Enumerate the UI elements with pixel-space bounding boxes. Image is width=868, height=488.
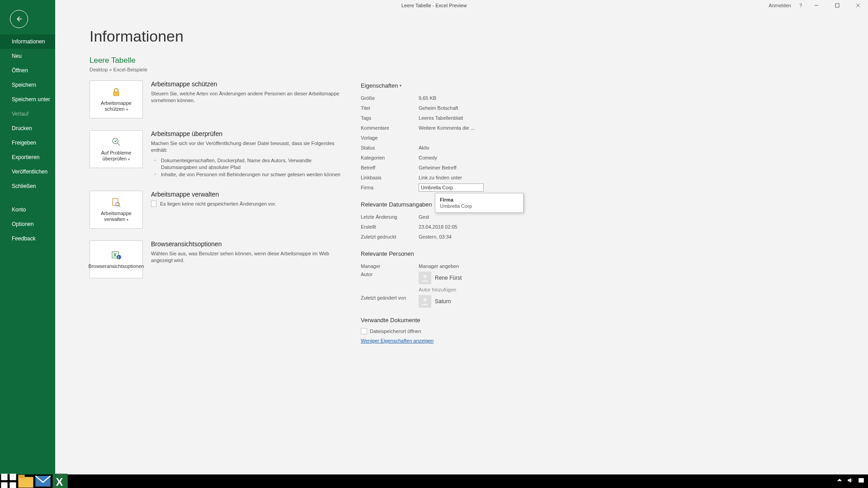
svg-rect-18 [9,474,16,480]
date-created-value: 23.04.2018 02:05 [419,224,458,230]
window-title: Leere Tabelle - Excel Preview [401,3,467,8]
prop-subject-label: Betreff [361,165,419,170]
svg-rect-17 [1,474,7,480]
author-add-link[interactable]: Autor hinzufügen [419,287,462,292]
people-lastmodby-label: Zuletzt geändert von [361,295,419,300]
author-entry[interactable]: Rene Fürst [419,272,462,284]
maximize-button[interactable] [831,1,844,10]
prop-template-label: Vorlage [361,135,419,141]
lastmodby-entry[interactable]: Saturn [419,295,451,308]
signin-link[interactable]: Anmelden [769,3,791,8]
browser-view-button[interactable]: Xi Browseransichtsoptionen [90,240,143,278]
sidebar-item-freigeben[interactable]: Freigeben [0,136,55,150]
browser-view-block: Xi Browseransichtsoptionen Browseransich… [90,240,343,278]
sidebar-item-informationen[interactable]: Informationen [0,34,55,49]
svg-rect-27 [859,479,864,483]
backstage-sidebar: Informationen Neu Öffnen Speichern Speic… [0,0,55,474]
prop-status-value[interactable]: Aktiv [419,145,429,150]
sidebar-item-oeffnen[interactable]: Öffnen [0,63,55,78]
sidebar-item-schliessen[interactable]: Schließen [0,179,55,193]
manage-icon [111,197,122,208]
sidebar-item-veroeffentlichen[interactable]: Veröffentlichen [0,164,55,179]
sidebar-item-drucken[interactable]: Drucken [0,121,55,136]
prop-title-value[interactable]: Geheim Botschaft [419,105,458,111]
back-arrow-button[interactable] [10,10,28,28]
fewer-properties-link[interactable]: Weniger Eigenschaften anzeigen [361,338,650,343]
properties-header[interactable]: Eigenschaften▾ [361,82,650,89]
chevron-down-icon: ▾ [128,157,130,161]
svg-rect-22 [18,475,24,478]
tray-chevron-up-icon[interactable] [836,477,843,485]
prop-categories-value[interactable]: Comedy [419,155,437,160]
protect-text: Steuern Sie, welche Arten von Änderungen… [151,90,343,104]
chevron-down-icon: ▾ [127,218,128,222]
sidebar-item-neu[interactable]: Neu [0,49,55,63]
inspect-card-label: Auf Probleme überprüfen ▾ [92,150,141,162]
date-printed-value: Gestern, 03:34 [419,234,452,239]
manage-text: Es liegen keine nicht gespeicherten Ände… [160,201,276,206]
sidebar-item-speichern[interactable]: Speichern [0,78,55,92]
lock-icon [111,87,122,98]
people-manager-label: Manager [361,263,419,269]
prop-company-label: Firma [361,185,419,190]
mail-taskbar-icon[interactable] [34,474,52,488]
people-header: Relevante Personen [361,250,650,257]
svg-line-7 [117,143,120,145]
protect-card-label: Arbeitsmappe schützen ▾ [92,100,141,112]
inspect-workbook-button[interactable]: Auf Probleme überprüfen ▾ [90,130,143,168]
svg-rect-19 [1,482,7,488]
sidebar-item-optionen[interactable]: Optionen [0,217,55,231]
folder-icon [361,328,367,334]
excel-taskbar-icon[interactable]: X [52,474,69,488]
tray-notifications-icon[interactable] [858,477,864,485]
titlebar: Leere Tabelle - Excel Preview Anmelden ? [0,0,868,10]
svg-rect-20 [9,482,16,488]
svg-marker-26 [848,479,851,483]
help-button[interactable]: ? [799,3,802,8]
prop-subject-value[interactable]: Geheimer Betreff [419,165,457,170]
inspect-bullet-1: Dokumenteigenschaften, Druckerpfad, Name… [151,157,343,171]
tooltip-title: Firma [440,197,519,202]
svg-rect-1 [835,4,839,7]
people-manager-value[interactable]: Manager angeben [419,263,459,269]
prop-tags-value[interactable]: Leeres Tabellenblatt [419,115,463,121]
browser-text: Wählen Sie aus, was Benutzer sehen könne… [151,250,343,264]
date-lastmod-value: Gest [419,214,429,220]
manage-workbook-button[interactable]: Arbeitsmappe verwalten ▾ [90,191,143,229]
start-button[interactable] [0,474,17,488]
tray-volume-icon[interactable] [847,477,854,485]
sidebar-item-speichern-unter[interactable]: Speichern unter [0,92,55,107]
file-explorer-taskbar-icon[interactable] [17,474,34,488]
svg-rect-21 [18,477,33,488]
breadcrumb: Desktop » Excel-Beispiele [90,67,868,72]
open-file-location-link[interactable]: Dateispeicherort öffnen [361,328,650,334]
inspect-workbook-block: Auf Probleme überprüfen ▾ Arbeitsmappe ü… [90,130,343,179]
protect-workbook-button[interactable]: Arbeitsmappe schützen ▾ [90,80,143,118]
people-author-label: Autor [361,272,419,277]
date-created-label: Erstellt [361,224,419,230]
prop-size-value: 9,65 KB [419,95,436,101]
prop-linkbase-label: Linkbasis [361,175,419,180]
prop-comments-value[interactable]: Weitere Kommenta die ... [419,125,475,131]
svg-text:X: X [56,476,63,488]
tooltip-value: Umbrella Corp [440,203,519,209]
manage-title: Arbeitsmappe verwalten [151,191,343,198]
manage-card-label: Arbeitsmappe verwalten ▾ [92,211,141,222]
browser-card-label: Browseransichtsoptionen [89,263,144,269]
manage-workbook-block: Arbeitsmappe verwalten ▾ Arbeitsmappe ve… [90,191,343,229]
prop-linkbase-value[interactable]: Link zu finden unter [419,175,462,180]
prop-categories-label: Kategorien [361,155,419,160]
svg-text:i: i [118,256,119,259]
sidebar-item-konto[interactable]: Konto [0,202,55,217]
document-title: Leere Tabelle [90,56,868,65]
minimize-button[interactable] [810,1,823,10]
chevron-down-icon: ▾ [126,108,128,112]
sidebar-item-exportieren[interactable]: Exportieren [0,150,55,164]
close-button[interactable] [852,1,864,10]
svg-rect-5 [113,92,119,96]
related-docs-header: Verwandte Dokumente [361,317,650,324]
browser-view-icon: Xi [111,250,122,261]
prop-company-input[interactable] [419,183,484,192]
sidebar-item-feedback[interactable]: Feedback [0,231,55,246]
prop-title-label: Titel [361,105,419,111]
